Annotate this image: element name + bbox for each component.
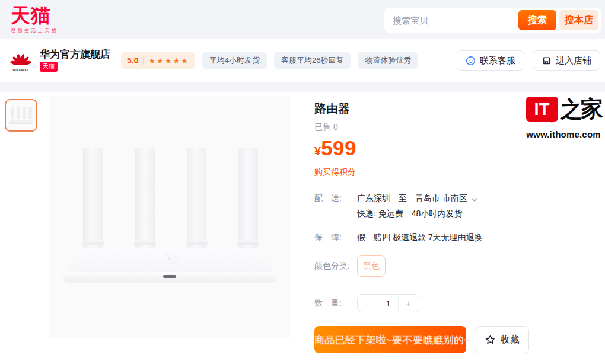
product-main-image: H (49, 96, 291, 338)
ithome-logo-bubble: IT (526, 97, 558, 122)
store-header: HUAWEI 华为官方旗舰店 天猫 5.0 ★★★★★ 平均4小时发货 客服平均… (0, 39, 605, 82)
store-actions: 联系客服 进入店铺 (457, 50, 600, 71)
favorite-label: 收藏 (501, 334, 520, 346)
guarantee-text: 假一赔四 极速退款 7天无理由退换 (357, 232, 483, 243)
contact-service-label: 联系客服 (480, 55, 515, 66)
delivery-row: 配 送: 广东深圳 至 青岛市 市南区 (314, 193, 477, 204)
ithome-url: www.ithome.com (524, 129, 603, 139)
thumbnail-router-image (11, 107, 32, 119)
shop-icon (542, 56, 552, 66)
product-info-panel: 路由器 已售 0 ¥ 599 购买得积分 配 送: 广东深圳 至 青岛市 市南区… (314, 96, 540, 364)
router-antenna (135, 148, 155, 250)
ithome-watermark: IT 之家 www.ithome.com (524, 97, 603, 139)
site-header: 天猫 理想生活上天猫 搜索 搜本店 (0, 0, 605, 39)
star-icon (485, 334, 496, 345)
rating-score: 5.0 (127, 56, 138, 65)
store-badge-service: 客服平均26秒回复 (274, 52, 351, 69)
quantity-value[interactable]: 1 (378, 295, 399, 312)
huawei-logo[interactable]: HUAWEI (7, 50, 34, 72)
action-buttons: 商品已经下架啦~要不要瞧瞧别的~ 收藏 (314, 326, 529, 353)
tmall-logo[interactable]: 天猫 理想生活上天猫 (11, 5, 59, 34)
sold-count: 已售 0 (314, 122, 338, 133)
guarantee-label: 保 障: (314, 232, 357, 243)
delivery-label: 配 送: (314, 193, 357, 204)
enter-shop-label: 进入店铺 (556, 55, 591, 66)
product-thumbnail[interactable] (5, 99, 37, 132)
tmall-logo-text: 天猫 (11, 5, 59, 26)
currency-symbol: ¥ (314, 145, 321, 158)
search-input[interactable] (393, 15, 518, 25)
delivery-route-selector[interactable]: 广东深圳 至 青岛市 市南区 (357, 193, 477, 204)
chevron-down-icon (472, 194, 477, 203)
enter-shop-button[interactable]: 进入店铺 (533, 50, 600, 71)
quantity-stepper: - 1 + (357, 294, 419, 312)
router-h-button: H (163, 254, 177, 264)
router-antenna (83, 148, 103, 250)
router-antenna (238, 148, 258, 250)
store-badge-shipping: 平均4小时发货 (202, 52, 267, 69)
price: ¥ 599 (314, 136, 356, 160)
huawei-logo-caption: HUAWEI (7, 68, 34, 72)
contact-service-button[interactable]: 联系客服 (457, 50, 524, 71)
rating-stars-icon: ★★★★★ (148, 57, 189, 65)
section-divider (0, 82, 605, 92)
color-row: 颜色分类: 黑色 (314, 255, 386, 277)
router-antenna (187, 148, 206, 250)
quantity-label: 数 量: (314, 298, 357, 309)
search-button[interactable]: 搜索 (518, 10, 556, 30)
color-option-black[interactable]: 黑色 (357, 255, 386, 277)
search-in-shop-button[interactable]: 搜本店 (559, 10, 598, 30)
store-identity: 华为官方旗舰店 天猫 (40, 49, 110, 72)
delivery-route-text: 广东深圳 至 青岛市 市南区 (357, 193, 467, 204)
huawei-flower-icon (10, 50, 31, 65)
price-value: 599 (321, 136, 356, 160)
search-bar: 搜索 搜本店 (384, 8, 601, 33)
customer-service-icon (466, 56, 476, 66)
store-name[interactable]: 华为官方旗舰店 (40, 49, 110, 60)
store-badge-logistics: 物流体验优秀 (358, 52, 418, 69)
quantity-decrease-button[interactable]: - (358, 295, 378, 312)
tmall-platform-badge: 天猫 (40, 62, 58, 72)
off-shelf-cta-button[interactable]: 商品已经下架啦~要不要瞧瞧别的~ (314, 326, 466, 353)
ithome-logo-suffix: 之家 (559, 96, 601, 122)
favorite-button[interactable]: 收藏 (475, 326, 529, 353)
quantity-row: 数 量: - 1 + (314, 294, 419, 312)
quantity-increase-button[interactable]: + (399, 295, 419, 312)
store-rating-chip: 5.0 ★★★★★ (121, 52, 195, 69)
product-section: H 路由器 已售 0 ¥ 599 购买得积分 配 送: 广东深圳 至 青岛市 市… (0, 92, 605, 364)
express-info: 快递: 免运费 48小时内发货 (357, 209, 462, 219)
guarantee-row: 保 障: 假一赔四 极速退款 7天无理由退换 (314, 232, 483, 243)
rating-divider (143, 57, 144, 65)
tmall-logo-tagline: 理想生活上天猫 (11, 27, 59, 34)
points-promo: 购买得积分 (314, 167, 356, 178)
router-indicator-slot (163, 275, 176, 278)
product-title: 路由器 (314, 101, 350, 117)
color-label: 颜色分类: (314, 261, 357, 272)
